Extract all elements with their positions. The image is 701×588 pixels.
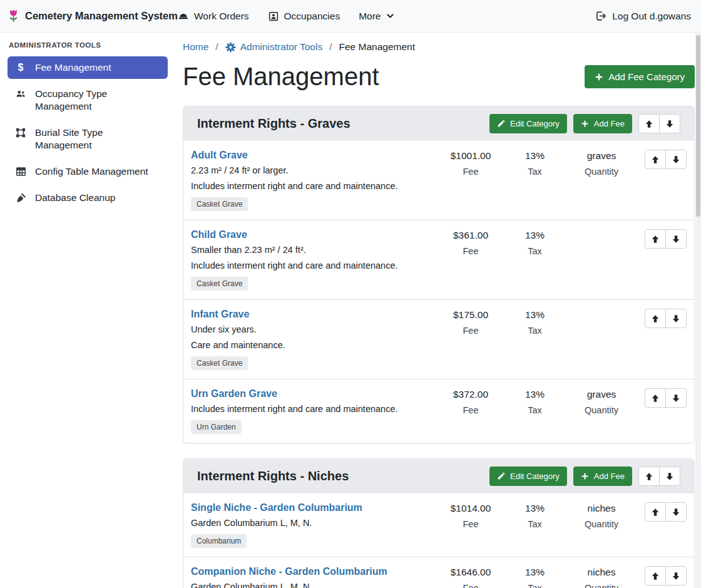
tax-rate: 13% [505,567,565,578]
sidebar-item-config-table-management[interactable]: Config Table Management [8,160,168,183]
fee-type-badge: Columbarium [191,534,247,548]
quantity-col [565,309,638,309]
move-fee-down-button[interactable] [665,150,687,169]
logout-icon [595,10,606,22]
fee-description: Includes interment right and care and ma… [191,404,431,414]
quantity-label: Quantity [565,583,638,588]
sidebar-item-fee-management[interactable]: $ Fee Management [8,56,168,79]
fee-type-badge: Casket Grave [191,197,248,211]
tax-label: Tax [505,326,565,336]
arrow-up-icon [645,472,653,481]
pencil-icon [497,472,505,480]
tax-label: Tax [505,519,565,529]
add-fee-button[interactable]: Add Fee [573,114,632,133]
fee-name-link[interactable]: Companion Niche - Garden Columbarium [191,566,387,577]
fee-amount-col: $1001.00 Fee [436,150,505,177]
fee-description: Includes interment right and care and ma… [191,260,431,271]
arrow-down-icon [672,314,680,323]
fee-amount-label: Fee [436,246,505,256]
sidebar-item-burial-site-type-management[interactable]: Burial Site Type Management [8,121,168,157]
move-category-down-button[interactable] [659,467,680,486]
main-nav: Work Orders Occupancies More [178,11,394,22]
fee-description: Garden Columbarium L, M, N. [191,518,431,528]
move-category-up-button[interactable] [638,467,660,486]
fee-amount-col: $175.00 Fee [436,309,505,336]
tax-rate: 13% [505,389,565,400]
move-fee-up-button[interactable] [645,502,666,522]
gear-icon [225,42,236,53]
fee-name-link[interactable]: Child Grave [191,229,247,240]
arrow-up-icon [651,314,660,323]
fee-description: Care and maintenance. [191,340,431,350]
sidebar-item-database-cleanup[interactable]: Database Cleanup [8,187,168,209]
tax-col: 13% Tax [505,150,565,177]
arrow-down-icon [672,508,680,517]
fee-row: Child Grave Smaller than 2.23 m² / 24 ft… [183,220,694,299]
tax-col: 13% Tax [505,502,565,529]
fee-row: Single Niche - Garden Columbarium Garden… [183,493,694,557]
quantity-unit: graves [565,389,638,400]
arrow-down-icon [672,235,680,244]
edit-category-button[interactable]: Edit Category [489,467,567,486]
fee-reorder-group [645,309,687,328]
nav-item-occupancies[interactable]: Occupancies [268,11,340,22]
breadcrumb-admin-tools-link[interactable]: Administrator Tools [225,41,323,53]
nav-item-more[interactable]: More [359,11,394,22]
tax-rate: 13% [505,230,565,241]
move-category-down-button[interactable] [659,114,680,133]
breadcrumb-separator: / [215,41,218,53]
fee-reorder-group [645,388,687,408]
quantity-col: niches Quantity [565,502,638,529]
fee-category-card: Interment Rights - Graves Edit Category … [183,106,695,443]
move-fee-up-button[interactable] [645,150,666,169]
move-fee-down-button[interactable] [665,388,687,408]
move-fee-up-button[interactable] [645,566,666,585]
plus-icon [595,73,603,81]
arrow-down-icon [672,394,680,403]
sidebar-item-occupancy-type-management[interactable]: Occupancy Type Management [8,83,168,118]
fee-row: Urn Garden Grave Includes interment righ… [183,379,694,443]
tax-col: 13% Tax [505,388,565,415]
fee-description: 2.23 m² / 24 ft² or larger. [191,165,431,175]
move-fee-down-button[interactable] [665,566,687,585]
main-content: Home / Administr [175,33,701,588]
quantity-col [565,229,638,230]
vector-square-icon [14,127,28,138]
nav-item-work-orders[interactable]: Work Orders [178,11,249,22]
move-fee-down-button[interactable] [665,502,687,522]
move-fee-down-button[interactable] [665,229,687,249]
breadcrumb-home-link[interactable]: Home [183,41,208,53]
tax-col: 13% Tax [505,309,565,336]
edit-category-button[interactable]: Edit Category [489,114,567,133]
quantity-label: Quantity [565,405,638,415]
quantity-col: graves Quantity [565,150,638,177]
fee-name-link[interactable]: Single Niche - Garden Columbarium [191,502,362,513]
fee-name-link[interactable]: Urn Garden Grave [191,388,277,400]
fee-row: Companion Niche - Garden Columbarium Gar… [183,557,694,588]
fee-type-badge: Casket Grave [191,356,248,370]
breadcrumb-current: Fee Management [339,41,416,53]
scrollbar-thumb[interactable] [696,35,700,217]
logout-button[interactable]: Log Out d.gowans [595,10,691,22]
fee-amount-col: $361.00 Fee [436,229,505,256]
fee-amount-col: $1014.00 Fee [436,502,505,529]
fee-amount: $1001.00 [436,150,505,162]
fee-name-link[interactable]: Infant Grave [191,309,249,320]
add-fee-category-button[interactable]: Add Fee Category [585,65,695,88]
add-fee-button[interactable]: Add Fee [573,467,632,486]
app-brand[interactable]: Cemetery Management System [8,8,178,24]
move-fee-down-button[interactable] [665,309,687,328]
fee-name-link[interactable]: Adult Grave [191,150,248,161]
move-fee-up-button[interactable] [645,229,666,249]
chevron-down-icon [386,12,394,20]
category-title: Interment Rights - Graves [197,116,483,131]
category-title: Interment Rights - Niches [197,469,483,483]
dollar-icon: $ [14,62,28,73]
fee-amount-label: Fee [436,405,505,415]
scrollbar[interactable] [695,33,701,588]
category-header: Interment Rights - Graves Edit Category … [183,106,694,141]
move-category-up-button[interactable] [638,114,660,133]
move-fee-up-button[interactable] [645,309,666,328]
tax-label: Tax [505,583,565,588]
move-fee-up-button[interactable] [645,388,666,408]
